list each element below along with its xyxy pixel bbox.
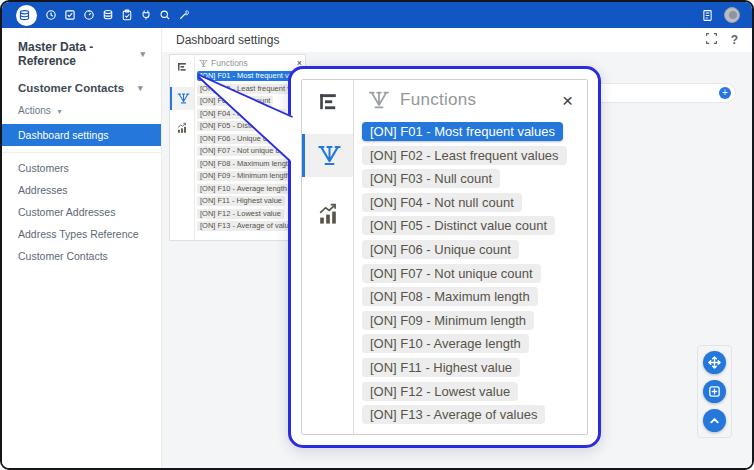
search-icon[interactable] <box>157 8 172 23</box>
sidebar-nav-list: CustomersAddressesCustomer AddressesAddr… <box>2 157 161 267</box>
entity-label: Customer Contacts <box>18 82 124 94</box>
domain-selector[interactable]: Master Data - Reference ▾ <box>2 34 161 72</box>
function-item[interactable]: [ON] F06 - Unique count <box>362 240 519 259</box>
add-button[interactable]: + <box>719 87 731 99</box>
functions-panel-small: Functions × [ON] F01 - Most frequent val… <box>169 54 306 241</box>
function-item[interactable]: [ON] F10 - Average length <box>197 184 290 194</box>
function-item[interactable]: [ON] F02 - Least frequent values <box>362 146 567 165</box>
top-navigation-bar <box>2 2 752 28</box>
fab-group <box>697 345 732 438</box>
sidebar-item[interactable]: Customer Addresses <box>2 201 161 223</box>
functions-panel-zoomed: Functions × [ON] F01 - Most frequent val… <box>288 66 601 448</box>
panel-title: Functions <box>400 90 476 110</box>
function-item[interactable]: [ON] F11 - Highest value <box>362 358 520 377</box>
database-stack-icon[interactable] <box>100 8 115 23</box>
fullscreen-icon[interactable] <box>705 31 718 49</box>
function-item[interactable]: [ON] F09 - Minimum length <box>362 311 534 330</box>
function-item[interactable]: [ON] F03 - Null count <box>197 96 273 106</box>
panel-title-row-zoomed: Functions × <box>354 80 587 115</box>
actions-menu[interactable]: Actions ▾ <box>2 96 161 122</box>
domain-label: Master Data - Reference <box>18 40 126 68</box>
panel-title: Functions <box>211 58 248 68</box>
sidebar-item[interactable]: Customers <box>2 157 161 179</box>
user-avatar[interactable] <box>724 7 740 23</box>
chart-icon[interactable] <box>302 193 353 235</box>
functions-icon <box>368 89 390 111</box>
function-item[interactable]: [ON] F04 - Not null count <box>197 109 286 119</box>
functions-tab-icon[interactable] <box>302 134 353 177</box>
page-title: Dashboard settings <box>176 33 279 47</box>
chevron-down-icon: ▾ <box>58 107 62 116</box>
help-button[interactable]: ? <box>731 33 738 47</box>
function-item[interactable]: [ON] F08 - Maximum length <box>362 287 538 306</box>
move-icon <box>708 356 721 369</box>
function-item[interactable]: [ON] F05 - Distinct value count <box>362 216 555 235</box>
function-item[interactable]: [ON] F03 - Null count <box>362 169 500 188</box>
square-plus-icon <box>708 385 721 398</box>
panel-nav-strip <box>170 55 195 240</box>
function-item[interactable]: [ON] F09 - Minimum length <box>197 171 293 181</box>
function-item[interactable]: [ON] F12 - Lowest value <box>362 382 518 401</box>
sidebar-divider <box>2 152 161 153</box>
function-item[interactable]: [ON] F12 - Lowest value <box>197 209 284 219</box>
clock-icon[interactable] <box>43 8 58 23</box>
chevron-down-icon: ▾ <box>140 49 145 59</box>
wrench-icon[interactable] <box>176 8 191 23</box>
function-item[interactable]: [ON] F04 - Not null count <box>362 193 522 212</box>
active-app-button[interactable] <box>16 5 37 26</box>
sidebar-item[interactable]: Customer Contacts <box>2 245 161 267</box>
function-item[interactable]: [ON] F06 - Unique count <box>197 134 284 144</box>
panel-nav-strip-zoomed <box>302 80 354 434</box>
functions-list-zoomed: [ON] F01 - Most frequent values[ON] F02 … <box>354 115 587 424</box>
sidebar-item[interactable]: Address Types Reference <box>2 223 161 245</box>
gauge-icon[interactable] <box>81 8 96 23</box>
function-item[interactable]: [ON] F01 - Most frequent values <box>362 122 563 141</box>
entity-selector[interactable]: Customer Contacts ▾ <box>2 72 161 96</box>
plug-icon[interactable] <box>138 8 153 23</box>
chart-icon[interactable] <box>170 117 194 139</box>
clipboard-check-icon[interactable] <box>119 8 134 23</box>
function-item[interactable]: [ON] F07 - Not unique count <box>362 264 541 283</box>
add-widget-button[interactable] <box>703 380 726 403</box>
functions-icon <box>199 59 208 68</box>
tree-icon[interactable] <box>170 55 194 78</box>
scroll-top-button[interactable] <box>703 409 726 432</box>
move-button[interactable] <box>703 351 726 374</box>
checkbox-icon[interactable] <box>62 8 77 23</box>
panel-title-row: Functions × <box>195 55 305 70</box>
main-area: Dashboard settings ? + <box>162 28 752 468</box>
functions-tab-icon[interactable] <box>170 87 194 110</box>
app-window: Master Data - Reference ▾ Customer Conta… <box>0 0 754 470</box>
chevron-up-icon <box>708 414 721 427</box>
function-item[interactable]: [ON] F13 - Average of values <box>197 221 300 231</box>
function-item[interactable]: [ON] F08 - Maximum length <box>197 159 295 169</box>
page-header: Dashboard settings ? <box>162 28 752 52</box>
function-item[interactable]: [ON] F13 - Average of values <box>362 405 545 424</box>
actions-label: Actions <box>18 105 51 116</box>
notes-icon[interactable] <box>700 8 715 23</box>
tree-icon[interactable] <box>302 80 353 123</box>
sidebar-item-dashboard-settings[interactable]: Dashboard settings <box>2 124 161 146</box>
sidebar-selected-label: Dashboard settings <box>18 129 108 141</box>
function-item[interactable]: [ON] F07 - Not unique count <box>197 146 297 156</box>
function-item[interactable]: [ON] F11 - Highest value <box>197 196 285 206</box>
chevron-down-icon: ▾ <box>138 83 143 93</box>
sidebar: Master Data - Reference ▾ Customer Conta… <box>2 28 162 468</box>
sidebar-item[interactable]: Addresses <box>2 179 161 201</box>
database-icon <box>17 8 32 23</box>
content-area: + <box>162 52 752 468</box>
close-icon[interactable]: × <box>562 91 575 110</box>
function-item[interactable]: [ON] F10 - Average length <box>362 334 529 353</box>
